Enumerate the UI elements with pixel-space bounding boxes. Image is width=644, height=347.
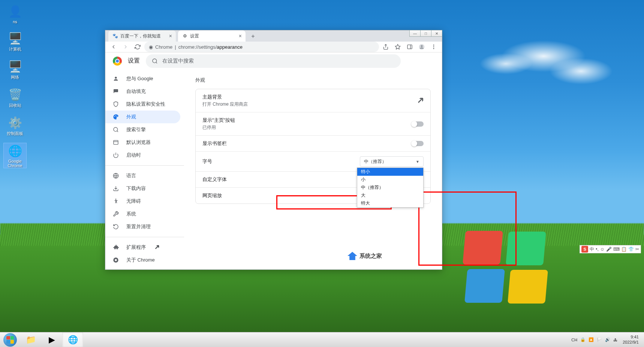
font-size-value: 中（推荐） [364, 159, 386, 165]
watermark-logo-icon [347, 252, 357, 260]
close-button[interactable]: ✕ [431, 30, 442, 37]
desktop-icon-回收站[interactable]: 🗑️回收站 [4, 87, 26, 108]
sidebar-item-search[interactable]: 搜索引擎 [105, 123, 180, 136]
desktop-icon-glyph: 🌐 [7, 143, 22, 158]
sidebar-item-globe[interactable]: 语言 [105, 169, 180, 182]
svg-point-7 [153, 59, 157, 63]
sidebar-item-chrome[interactable]: 关于 Chrome [105, 254, 180, 266]
new-tab-button[interactable]: + [248, 31, 258, 42]
tray-icon[interactable]: 🖧 [613, 338, 617, 342]
tab-close-button[interactable]: × [169, 33, 172, 39]
sidebar-item-label: 扩展程序 [126, 244, 146, 251]
url-text: chrome://settings/appearance [178, 44, 243, 50]
taskbar-item-explorer[interactable]: 📁 [20, 332, 41, 347]
taskbar-item-chrome[interactable]: 🌐 [62, 332, 83, 347]
sidebar-item-browser[interactable]: 默认浏览器 [105, 136, 180, 149]
open-external-icon: 🡵 [418, 97, 424, 104]
sidebar-item-accessibility[interactable]: 无障碍 [105, 195, 180, 208]
taskbar-clock[interactable]: 9:41 2022/9/1 [620, 335, 641, 344]
share-button[interactable] [380, 42, 391, 52]
back-button[interactable] [108, 42, 119, 52]
tab-title: 设置 [190, 33, 199, 39]
ime-item[interactable]: ☺ [600, 247, 605, 252]
dropdown-option[interactable]: 特小 [357, 168, 423, 176]
tray-icon[interactable]: 🔒 [580, 337, 586, 342]
desktop-icon-计算机[interactable]: 🖥️计算机 [4, 31, 26, 52]
address-bar[interactable]: ◉ Chrome | chrome://settings/appearance [144, 42, 379, 52]
desktop-icon-label: 计算机 [9, 46, 21, 52]
home-button-toggle[interactable] [412, 121, 424, 127]
accessibility-icon [113, 198, 120, 204]
svg-point-5 [433, 46, 434, 48]
settings-search-input[interactable]: 在设置中搜索 [146, 54, 401, 68]
desktop-icon-ns[interactable]: 👤ns [4, 4, 26, 24]
profile-button[interactable] [416, 42, 427, 52]
ime-toolbar[interactable]: S 中•,☺🎤⌨📋👕✂ [580, 245, 641, 253]
external-link-icon: 🡵 [155, 245, 159, 250]
browser-tab[interactable]: 🐾百度一下，你就知道× [108, 30, 176, 42]
tray-icon[interactable]: 🔊 [605, 337, 610, 342]
desktop-icon-Google Chrome[interactable]: 🌐Google Chrome [4, 143, 26, 168]
shield-icon [113, 101, 120, 107]
bookmarks-bar-toggle[interactable] [412, 141, 424, 146]
desktop-icon-glyph: 🗑️ [7, 87, 22, 102]
sidebar-item-palette[interactable]: 外观 [105, 111, 180, 123]
side-panel-button[interactable] [404, 42, 415, 52]
tray-icon[interactable]: 🔼 [589, 337, 594, 342]
svg-line-8 [156, 62, 157, 63]
theme-row[interactable]: 主题背景 打开 Chrome 应用商店 🡵 [196, 89, 430, 112]
ime-item[interactable]: •, [596, 247, 599, 252]
svg-rect-0 [407, 45, 412, 49]
svg-point-21 [115, 259, 117, 261]
minimize-button[interactable]: — [409, 30, 421, 37]
forward-button[interactable] [120, 42, 131, 52]
section-title: 外观 [195, 77, 431, 84]
taskbar-item-media[interactable]: ▶ [41, 332, 62, 347]
sidebar-item-person[interactable]: 您与 Google [105, 72, 180, 85]
svg-point-10 [114, 116, 115, 117]
desktop-icon-网络[interactable]: 🖥️网络 [4, 59, 26, 80]
sidebar-item-extension[interactable]: 扩展程序🡵 [105, 241, 180, 254]
sidebar-item-label: 您与 Google [126, 75, 153, 82]
sidebar-item-autofill[interactable]: 自动填充 [105, 85, 180, 98]
ime-item[interactable]: 🎤 [606, 247, 612, 252]
search-icon [113, 127, 120, 133]
ime-item[interactable]: 中 [590, 246, 594, 253]
tray-icon[interactable]: 🏳️ [597, 337, 602, 342]
sidebar-item-label: 启动时 [126, 152, 141, 159]
sidebar-item-label: 隐私设置和安全性 [126, 101, 165, 108]
sidebar-item-wrench[interactable]: 系统 [105, 208, 180, 220]
maximize-button[interactable]: □ [420, 30, 431, 37]
desktop-icon-控制面板[interactable]: ⚙️控制面板 [4, 115, 26, 136]
dropdown-option[interactable]: 小 [357, 176, 423, 184]
svg-point-19 [115, 199, 117, 200]
watermark: 系统之家 [347, 252, 382, 260]
browser-tab[interactable]: ⚙设置× [178, 30, 246, 42]
dropdown-option[interactable]: 大 [357, 191, 423, 199]
start-button[interactable] [0, 332, 20, 347]
dropdown-option[interactable]: 中（推荐） [357, 184, 423, 191]
ime-item[interactable]: 📋 [621, 247, 627, 252]
bookmarks-bar-row: 显示书签栏 系统之家 [196, 136, 430, 152]
tab-close-button[interactable]: × [239, 33, 242, 39]
menu-button[interactable] [428, 42, 439, 52]
tab-strip: 🐾百度一下，你就知道×⚙设置×+ [105, 30, 442, 42]
globe-icon [113, 173, 120, 179]
tray-language[interactable]: CH [571, 338, 577, 342]
sidebar-item-download[interactable]: 下载内容 [105, 182, 180, 195]
sidebar-item-reset[interactable]: 重置并清理 [105, 220, 180, 233]
reload-button[interactable] [132, 42, 143, 52]
sidebar-item-power[interactable]: 启动时 [105, 149, 180, 162]
ime-item[interactable]: 👕 [628, 247, 634, 252]
font-size-select[interactable]: 中（推荐） ▼ [360, 156, 424, 167]
bookmark-button[interactable] [392, 42, 403, 52]
desktop-icon-glyph: 🖥️ [7, 31, 22, 46]
dropdown-option[interactable]: 特大 [357, 199, 423, 207]
svg-point-11 [115, 115, 116, 116]
sidebar-item-label: 搜索引擎 [126, 126, 146, 133]
ime-item[interactable]: ✂ [635, 247, 639, 252]
chrome-label: Chrome [155, 44, 172, 50]
ime-item[interactable]: ⌨ [613, 247, 620, 252]
sidebar-item-shield[interactable]: 隐私设置和安全性 [105, 98, 180, 111]
tab-favicon-icon: 🐾 [112, 33, 118, 39]
